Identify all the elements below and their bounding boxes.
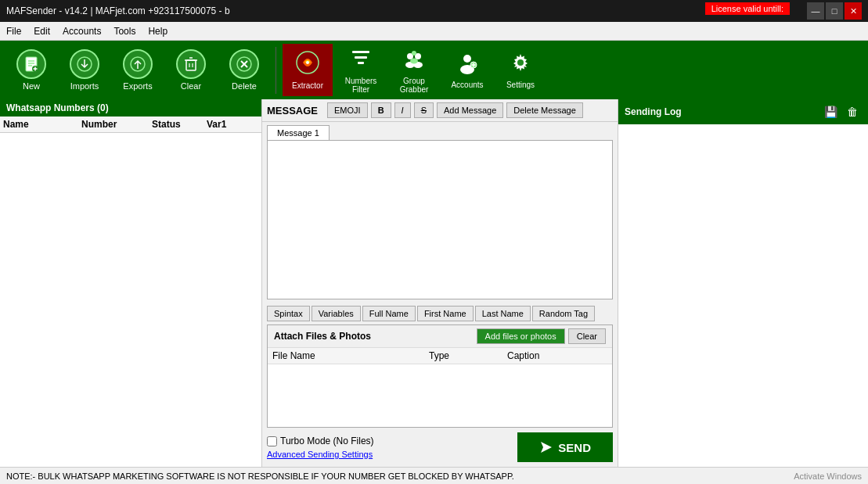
send-label: SEND [558, 441, 591, 454]
delete-label: Delete [232, 81, 257, 91]
right-panel: Sending Log 💾 🗑 [618, 99, 868, 467]
italic-button[interactable]: I [394, 102, 411, 118]
status-bar: NOTE:- BULK WHATSAPP MARKETING SOFTWARE … [0, 467, 868, 484]
bold-button[interactable]: B [371, 102, 391, 118]
menu-bar: File Edit Accounts Tools Help [0, 22, 868, 41]
title-bar: MAFSender - v14.2 | MAFjet.com +92311750… [0, 0, 868, 22]
spintax-button[interactable]: Spintax [267, 306, 310, 321]
turbo-mode-row: Turbo Mode (No Files) [267, 436, 374, 446]
toolbar: New Imports Exports [0, 41, 868, 99]
settings-label: Settings [506, 81, 535, 89]
clear-log-button[interactable]: 🗑 [843, 102, 862, 121]
add-message-button[interactable]: Add Message [437, 102, 503, 118]
minimize-button[interactable]: — [807, 2, 824, 20]
col-var1: Var1 [207, 119, 258, 130]
app-title: MAFSender - v14.2 | MAFjet.com +92311750… [6, 5, 230, 16]
message-tab-1[interactable]: Message 1 [267, 125, 330, 140]
random-tag-button[interactable]: Random Tag [532, 306, 595, 321]
message-tabs: Message 1 [262, 122, 618, 140]
right-panel-buttons: 💾 🗑 [821, 102, 862, 121]
attach-table-body [268, 364, 612, 427]
clear-icon [176, 49, 206, 79]
menu-file[interactable]: File [6, 26, 21, 37]
extractor-icon [295, 50, 320, 79]
turbo-mode-checkbox[interactable] [267, 436, 277, 446]
numbers-filter-button[interactable]: Numbers Filter [336, 44, 386, 96]
emoji-button[interactable]: EMOJI [327, 102, 368, 118]
first-name-button[interactable]: First Name [417, 306, 474, 321]
left-panel-header: Whatsapp Numbers (0) [0, 99, 261, 117]
group-grabber-button[interactable]: Group Grabber [389, 44, 439, 96]
full-name-button[interactable]: Full Name [362, 306, 416, 321]
numbers-filter-label: Numbers Filter [336, 77, 386, 94]
attach-clear-button[interactable]: Clear [568, 328, 606, 344]
accounts-button[interactable]: Accounts [442, 44, 492, 96]
svg-rect-9 [186, 60, 196, 70]
send-button[interactable]: SEND [517, 432, 613, 462]
new-button[interactable]: New [6, 44, 56, 96]
menu-help[interactable]: Help [148, 26, 167, 37]
right-panel-header: Sending Log 💾 🗑 [618, 99, 868, 124]
activate-windows: Activate Windows [794, 471, 862, 481]
save-log-button[interactable]: 💾 [821, 102, 840, 121]
message-textarea[interactable] [268, 141, 612, 285]
advanced-settings-link[interactable]: Advanced Sending Settings [267, 450, 374, 459]
delete-message-button[interactable]: Delete Message [506, 102, 583, 118]
strike-button[interactable]: S [414, 102, 434, 118]
bottom-section: Turbo Mode (No Files) Advanced Sending S… [262, 428, 618, 467]
sending-log-label: Sending Log [625, 106, 682, 117]
message-label: MESSAGE [267, 105, 318, 117]
clear-button[interactable]: Clear [166, 44, 216, 96]
settings-button[interactable]: Settings [495, 44, 546, 96]
variables-button[interactable]: Variables [312, 306, 361, 321]
menu-tools[interactable]: Tools [113, 26, 135, 37]
status-note: NOTE:- BULK WHATSAPP MARKETING SOFTWARE … [6, 471, 514, 481]
attach-title: Attach Files & Photos [274, 331, 371, 342]
attach-buttons: Add files or photos Clear [477, 328, 606, 344]
attach-table-header: File Name Type Caption [268, 347, 612, 364]
svg-point-34 [517, 59, 524, 66]
window-controls: — □ ✕ [807, 2, 862, 20]
turbo-mode-label: Turbo Mode (No Files) [280, 436, 374, 446]
imports-button[interactable]: Imports [59, 44, 110, 96]
last-name-button[interactable]: Last Name [475, 306, 531, 321]
col-status: Status [152, 119, 207, 130]
message-header: MESSAGE EMOJI B I S Add Message Delete M… [262, 99, 618, 122]
license-badge: License valid untill: [705, 2, 790, 15]
exports-button[interactable]: Exports [113, 44, 163, 96]
sending-log-body [618, 124, 868, 467]
menu-accounts[interactable]: Accounts [63, 26, 101, 37]
accounts-icon [456, 51, 479, 78]
delete-icon [229, 49, 259, 79]
extractor-label: Extractor [292, 81, 323, 90]
extractor-button[interactable]: Extractor [283, 44, 333, 96]
svg-point-26 [412, 51, 416, 56]
clear-label: Clear [181, 81, 201, 91]
menu-edit[interactable]: Edit [34, 26, 50, 37]
message-area [267, 140, 613, 299]
attach-section: Attach Files & Photos Add files or photo… [267, 324, 613, 428]
svg-rect-20 [355, 56, 367, 59]
variables-bar: Spintax Variables Full Name First Name L… [262, 303, 618, 324]
settings-icon [509, 51, 532, 78]
svg-point-18 [306, 61, 309, 64]
svg-point-27 [410, 58, 418, 63]
bottom-left: Turbo Mode (No Files) Advanced Sending S… [267, 436, 374, 459]
group-grabber-label: Group Grabber [389, 77, 439, 94]
table-header: Name Number Status Var1 [0, 117, 261, 133]
accounts-label: Accounts [451, 81, 483, 89]
close-button[interactable]: ✕ [845, 2, 862, 20]
left-panel: Whatsapp Numbers (0) Name Number Status … [0, 99, 262, 467]
attach-col-filename: File Name [272, 350, 429, 361]
attach-col-caption: Caption [507, 350, 607, 361]
numbers-filter-icon [349, 47, 373, 74]
main-content: Whatsapp Numbers (0) Name Number Status … [0, 99, 868, 467]
add-files-button[interactable]: Add files or photos [477, 328, 565, 344]
new-icon [16, 49, 46, 79]
send-icon [539, 440, 553, 454]
attach-col-type: Type [429, 350, 507, 361]
delete-button[interactable]: Delete [219, 44, 269, 96]
toolbar-separator [276, 47, 276, 94]
svg-rect-19 [352, 51, 369, 53]
maximize-button[interactable]: □ [826, 2, 843, 20]
